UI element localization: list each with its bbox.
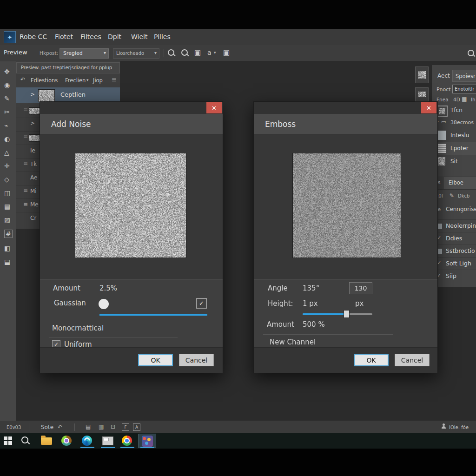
menu-icon[interactable]: ≡: [112, 76, 117, 83]
panel-item[interactable]: Tfcn: [432, 104, 476, 117]
chevron-down-icon[interactable]: ▾: [214, 50, 216, 55]
blend-item[interactable]: ✓ Siip: [432, 270, 476, 283]
edge-icon[interactable]: [82, 436, 92, 446]
menu-item[interactable]: Filtees: [80, 33, 101, 40]
tool-icon[interactable]: △: [4, 149, 9, 156]
tool-icon[interactable]: ✂: [4, 108, 10, 116]
gaussian-checkbox[interactable]: ✓: [196, 298, 207, 309]
zoom-out-icon[interactable]: [168, 49, 174, 56]
layer-name[interactable]: Ceptlien: [60, 91, 86, 98]
tool-icon[interactable]: ◇: [4, 176, 9, 183]
status-right-text: IOle: fóe: [449, 425, 469, 430]
panel-item[interactable]: Sit: [432, 155, 476, 168]
panel-item[interactable]: ✛ ▭ 38ecmos: [432, 117, 476, 129]
tool-icon[interactable]: ▤: [4, 203, 10, 210]
panel-tab[interactable]: Eiboe: [444, 177, 476, 189]
status-icon[interactable]: ▥: [99, 423, 104, 430]
tool-icon[interactable]: ✎: [4, 95, 10, 102]
tool-icon[interactable]: ◫: [4, 189, 10, 197]
grid-icon[interactable]: ▦: [462, 96, 467, 102]
tool-icon[interactable]: ◉: [4, 81, 10, 89]
brush-row[interactable]: bt0f ✎ Dkcb: [432, 192, 476, 203]
blend-item[interactable]: Neolerrpin: [432, 219, 476, 232]
amount-value[interactable]: 500 %: [303, 320, 325, 329]
dialog-title-strip[interactable]: [254, 102, 437, 114]
menu-item[interactable]: Fiotet: [55, 33, 73, 40]
slider-knob[interactable]: [344, 310, 350, 318]
tool-icon[interactable]: ▨: [4, 216, 10, 224]
cancel-button[interactable]: Cancel: [395, 354, 430, 366]
ok-button[interactable]: OK: [138, 354, 173, 366]
panel-item[interactable]: Inteslu: [432, 129, 476, 142]
panel-label[interactable]: Fdlestions: [31, 77, 58, 84]
layer-thumbnail[interactable]: [38, 89, 55, 102]
active-app-tile[interactable]: [139, 434, 156, 448]
zoom-in-icon[interactable]: [181, 49, 188, 56]
tool-icon[interactable]: ⌁: [4, 122, 8, 129]
menu-item[interactable]: Robe CC: [20, 33, 47, 40]
blend-label: Ddies: [446, 235, 462, 242]
close-button[interactable]: ✕: [421, 102, 436, 113]
undo-icon[interactable]: ↶: [20, 76, 25, 83]
menu-item[interactable]: Pilles: [154, 33, 171, 40]
browser-icon[interactable]: [61, 436, 72, 446]
taskbar-search-icon[interactable]: [20, 436, 31, 446]
item-label: 38ecmos: [450, 119, 474, 126]
slider-track[interactable]: [99, 314, 207, 316]
expand-chevron-icon: >: [30, 120, 35, 126]
tool-icon[interactable]: ◧: [4, 245, 10, 252]
status-icon[interactable]: ▤: [86, 423, 91, 430]
panel-label[interactable]: Freclien: [65, 77, 86, 84]
monochromatic-label[interactable]: Monocrnattical: [52, 324, 104, 332]
tool-icon[interactable]: ⬓: [4, 258, 10, 265]
search-icon[interactable]: [468, 50, 474, 56]
window-app-icon[interactable]: [102, 436, 113, 445]
close-button[interactable]: ✕: [206, 102, 222, 113]
categorise-row[interactable]: ice Cenngorise: [432, 205, 476, 216]
chevron-down-icon[interactable]: ▾: [86, 78, 89, 82]
preset-select[interactable]: Enotoitlr: [452, 85, 476, 93]
export-arrow-icon[interactable]: ↶: [58, 424, 62, 430]
panel-tab[interactable]: Spoiesr: [452, 70, 476, 82]
new-channel-label[interactable]: New Channel: [270, 338, 316, 346]
height-value[interactable]: 1 px: [303, 299, 318, 308]
expand-chevron-icon[interactable]: >: [30, 91, 35, 98]
panel-item-highlighted[interactable]: Lpoter: [432, 142, 476, 155]
blend-item[interactable]: ✓ Ddies: [432, 232, 476, 245]
menu-item[interactable]: Dplt: [108, 33, 121, 40]
cancel-button[interactable]: Cancel: [179, 354, 214, 366]
dialog-title-strip[interactable]: [40, 102, 223, 114]
status-icon-a[interactable]: A: [133, 423, 140, 431]
amount-value[interactable]: 2.5%: [99, 284, 117, 292]
export-icon[interactable]: ▣: [223, 48, 230, 57]
gaussian-label[interactable]: Gaussian: [54, 299, 86, 307]
mini-tool-button[interactable]: [415, 87, 429, 101]
angle-value[interactable]: 135°: [303, 284, 319, 292]
menu-item[interactable]: Wielt: [131, 33, 147, 40]
tool-icon[interactable]: ✥: [4, 68, 10, 75]
save-label[interactable]: Sote: [41, 424, 53, 430]
ok-button[interactable]: OK: [354, 354, 389, 366]
type-tool-icon[interactable]: a: [207, 49, 212, 56]
mini-tool-button[interactable]: [415, 66, 429, 83]
tool-icon[interactable]: ◐: [4, 135, 10, 143]
panel-tab-label[interactable]: Aect: [437, 73, 450, 79]
tool-icon-active[interactable]: #: [4, 230, 13, 238]
slider-knob[interactable]: [99, 299, 109, 309]
options-dropdown-2[interactable]: Liosrcheado ▾: [113, 48, 159, 59]
angle-input[interactable]: 130: [349, 282, 372, 294]
layer-row-selected[interactable]: > Ceptlien: [16, 87, 120, 103]
chrome-icon[interactable]: [122, 436, 132, 446]
image-adjust-icon[interactable]: ▣: [194, 48, 201, 57]
start-button-icon[interactable]: [4, 436, 12, 445]
status-icon[interactable]: ⊡: [111, 423, 115, 430]
blend-item[interactable]: Sstbroctio: [432, 245, 476, 258]
item-label: Tfcn: [450, 107, 463, 113]
blend-item[interactable]: ✓ Soft Ligh: [432, 257, 476, 270]
tool-icon[interactable]: ✛: [4, 162, 10, 170]
file-explorer-icon[interactable]: [41, 437, 52, 445]
panel-label[interactable]: Jiop: [93, 77, 103, 84]
app-logo-icon[interactable]: ✦: [4, 31, 16, 43]
options-dropdown-1[interactable]: Sregied ▾: [60, 48, 109, 59]
status-icon-f[interactable]: F: [122, 423, 129, 431]
